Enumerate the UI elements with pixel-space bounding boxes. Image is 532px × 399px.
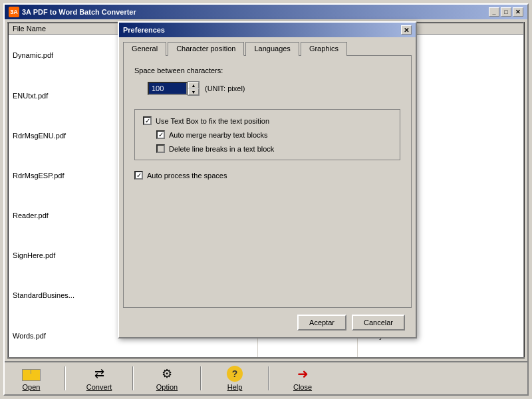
- close-toolbar-label: Close: [293, 383, 312, 391]
- open-button[interactable]: Open: [11, 364, 51, 392]
- unit-label: (UNIT: pixel): [205, 84, 245, 92]
- app-icon: 3A: [9, 7, 19, 17]
- auto-merge-row: Auto merge nearby text blocks: [156, 130, 392, 139]
- convert-icon-symbol: ⇄: [94, 366, 104, 381]
- spinner-control: ▲ ▼: [148, 81, 200, 96]
- use-textbox-checkbox[interactable]: [143, 116, 152, 125]
- close-toolbar-icon-container: ➜: [293, 366, 312, 382]
- delete-line-breaks-checkbox[interactable]: [156, 144, 165, 153]
- tab-languages[interactable]: Languages: [245, 42, 299, 56]
- help-icon-container: ?: [225, 366, 244, 382]
- tab-graphics[interactable]: Graphics: [301, 42, 347, 56]
- close-toolbar-icon: ➜: [297, 366, 309, 382]
- main-window-title: 3A PDF to Word Batch Converter: [22, 8, 136, 16]
- open-icon: [22, 366, 41, 382]
- help-button[interactable]: ? Help: [215, 364, 255, 392]
- use-textbox-label: Use Text Box to fix the text position: [156, 117, 269, 125]
- dialog-title: Preferences: [123, 26, 165, 34]
- spinner-up-button[interactable]: ▲: [188, 82, 199, 88]
- delete-line-breaks-row: Delete line breaks in a text block: [156, 144, 392, 153]
- auto-merge-checkbox[interactable]: [156, 130, 165, 139]
- separator-3: [200, 366, 201, 390]
- open-label: Open: [23, 383, 41, 391]
- use-textbox-row: Use Text Box to fix the text position: [143, 116, 392, 125]
- auto-process-label: Auto process the spaces: [147, 172, 227, 180]
- dialog-title-bar: Preferences ✕: [119, 23, 416, 37]
- spinner-row: ▲ ▼ (UNIT: pixel): [148, 81, 400, 96]
- option-icon-symbol: ⚙: [162, 366, 172, 381]
- folder-icon: [22, 366, 41, 381]
- option-label: Option: [156, 383, 178, 391]
- cancel-button[interactable]: Cancelar: [352, 315, 405, 331]
- main-window: 3A 3A PDF to Word Batch Converter _ □ ✕ …: [3, 3, 529, 396]
- tab-content: Space between characters: ▲ ▼ (UNIT: pix…: [123, 55, 412, 308]
- delete-line-breaks-label: Delete line breaks in a text block: [169, 145, 274, 153]
- auto-process-checkbox[interactable]: [134, 171, 143, 180]
- space-label: Space between characters:: [134, 66, 400, 74]
- convert-button[interactable]: ⇄ Convert: [79, 364, 119, 392]
- separator-2: [132, 366, 134, 390]
- textbox-options-group: Use Text Box to fix the text position Au…: [134, 109, 400, 160]
- title-controls: _ □ ✕: [489, 7, 523, 17]
- toolbar: Open ⇄ Convert ⚙ Option ? Hel: [5, 361, 527, 394]
- option-icon: ⚙: [158, 366, 176, 382]
- option-button[interactable]: ⚙ Option: [147, 364, 187, 392]
- preferences-dialog: Preferences ✕ General Character position…: [118, 21, 417, 338]
- help-label: Help: [227, 383, 243, 391]
- auto-process-row: Auto process the spaces: [134, 171, 400, 180]
- close-toolbar-button[interactable]: ➜ Close: [283, 364, 323, 392]
- convert-icon: ⇄: [90, 366, 108, 382]
- accept-button[interactable]: Aceptar: [297, 315, 346, 331]
- dialog-tabs: General Character position Languages Gra…: [119, 37, 416, 55]
- main-title-bar: 3A 3A PDF to Word Batch Converter _ □ ✕: [5, 5, 527, 19]
- separator-4: [268, 366, 269, 390]
- minimize-button[interactable]: _: [489, 7, 499, 17]
- close-button[interactable]: ✕: [513, 7, 523, 17]
- spinner-buttons: ▲ ▼: [188, 81, 200, 96]
- help-icon: ?: [227, 366, 243, 382]
- title-bar-left: 3A 3A PDF to Word Batch Converter: [9, 7, 136, 17]
- tab-general[interactable]: General: [123, 42, 166, 56]
- auto-merge-label: Auto merge nearby text blocks: [169, 131, 268, 139]
- tab-character-position[interactable]: Character position: [168, 42, 244, 56]
- spinner-input[interactable]: [148, 82, 188, 95]
- dialog-buttons: Aceptar Cancelar: [119, 308, 416, 337]
- spinner-down-button[interactable]: ▼: [188, 88, 199, 95]
- convert-label: Convert: [86, 383, 112, 391]
- separator-1: [65, 366, 66, 390]
- maximize-button[interactable]: □: [501, 7, 511, 17]
- dialog-close-button[interactable]: ✕: [401, 25, 412, 35]
